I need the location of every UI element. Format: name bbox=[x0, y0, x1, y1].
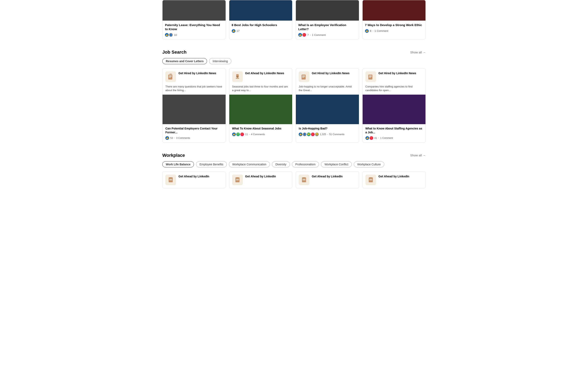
top-card-4-image bbox=[363, 0, 426, 21]
svg-rect-7 bbox=[302, 75, 305, 76]
dot-sep: · bbox=[310, 33, 311, 36]
dot-sep: · bbox=[174, 137, 175, 140]
heart-icon: ❤️ bbox=[311, 133, 315, 136]
job-article-3-image bbox=[296, 95, 359, 124]
top-card-3-image bbox=[296, 0, 359, 21]
workplace-section-header: Workplace Show all → bbox=[147, 149, 441, 161]
workplace-card-3[interactable]: Get Ahead by LinkedIn bbox=[296, 171, 359, 188]
dot-sep: · bbox=[373, 29, 373, 33]
workplace-card-4-title: Get Ahead by LinkedIn bbox=[379, 175, 409, 178]
workplace-card-2-top: Get Ahead by LinkedIn bbox=[229, 172, 292, 188]
top-card-4-body: 7 Ways to Develop a Strong Work Ethic 👍 … bbox=[363, 21, 426, 35]
top-card-2-body: 8 Best Jobs for High Schoolers 👍 17 bbox=[229, 21, 292, 35]
job-article-2-reactions: 👍 🌱 ❤️ bbox=[232, 133, 244, 136]
svg-rect-21 bbox=[303, 179, 305, 179]
workplace-card-2-icon bbox=[232, 175, 243, 185]
top-card-1-title: Paternity Leave: Everything You Need to … bbox=[165, 23, 223, 31]
thumbs-up-icon: 👍 bbox=[232, 133, 236, 136]
svg-rect-12 bbox=[369, 76, 372, 77]
job-article-3-count: 1,325 bbox=[320, 133, 326, 136]
thumbs-up-icon: 👍 bbox=[298, 33, 302, 37]
workplace-cards-grid: Get Ahead by LinkedIn Get Ahead by Linke… bbox=[147, 171, 441, 194]
people-icon: 👤 bbox=[169, 33, 173, 37]
job-article-1-count: 53 bbox=[170, 137, 173, 140]
filter-employee-benefits[interactable]: Employee Benefits bbox=[196, 161, 227, 167]
job-article-2[interactable]: Get Ahead by LinkedIn News Seasonal jobs… bbox=[229, 68, 293, 142]
thumbs-up-icon: 👍 bbox=[365, 136, 369, 140]
filter-workplace-conflict[interactable]: Workplace Conflict bbox=[321, 161, 352, 167]
job-search-section-header: Job Search Show all → bbox=[147, 45, 441, 58]
job-article-1-comment: 3 Comments bbox=[176, 137, 190, 140]
top-card-1-count: 10 bbox=[174, 33, 177, 36]
filter-interviewing[interactable]: Interviewing bbox=[209, 58, 231, 64]
filter-resumes-cover-letters[interactable]: Resumes and Cover Letters bbox=[162, 58, 207, 64]
workplace-card-3-title: Get Ahead by LinkedIn bbox=[312, 175, 343, 178]
job-article-4-reactions: 👍 ❤️ bbox=[365, 136, 373, 140]
workplace-card-4-top: Get Ahead by LinkedIn bbox=[363, 172, 426, 188]
top-card-4[interactable]: 7 Ways to Develop a Strong Work Ethic 👍 … bbox=[362, 0, 426, 39]
top-card-2-reactions: 👍 bbox=[232, 29, 235, 33]
job-article-4-count: 41 bbox=[374, 137, 377, 140]
top-card-2-meta: 👍 17 bbox=[232, 29, 290, 33]
job-article-4-top: Get Hired by LinkedIn News bbox=[363, 68, 426, 85]
top-card-1-meta: 👍 👤 10 bbox=[165, 33, 223, 37]
workplace-show-all-label: Show all bbox=[410, 154, 422, 157]
heart-icon: ❤️ bbox=[240, 133, 244, 136]
job-article-1-desc: There are many questions that job seeker… bbox=[163, 85, 226, 95]
job-article-2-top: Get Ahead by LinkedIn News bbox=[229, 68, 292, 85]
svg-rect-25 bbox=[369, 180, 372, 180]
thumbs-up-icon: 👍 bbox=[165, 33, 169, 37]
show-all-label: Show all bbox=[410, 50, 422, 54]
workplace-card-4-icon bbox=[365, 175, 376, 185]
arrow-icon: → bbox=[423, 154, 426, 157]
job-article-4-desc: Companies hire staffing agencies to find… bbox=[363, 85, 426, 95]
top-card-1[interactable]: Paternity Leave: Everything You Need to … bbox=[162, 0, 226, 39]
filter-workplace-communication[interactable]: Workplace Communication bbox=[229, 161, 270, 167]
job-article-4[interactable]: Get Hired by LinkedIn News Companies hir… bbox=[362, 68, 426, 142]
workplace-card-3-top: Get Ahead by LinkedIn bbox=[296, 172, 359, 188]
job-article-1-reactions: 👍 bbox=[165, 136, 169, 140]
job-article-4-image bbox=[363, 95, 426, 124]
job-article-2-source-icon bbox=[232, 71, 243, 82]
job-article-3-source-icon bbox=[299, 71, 309, 82]
top-card-4-count: 8 bbox=[370, 29, 371, 33]
top-card-1-body: Paternity Leave: Everything You Need to … bbox=[163, 21, 226, 39]
job-search-show-all[interactable]: Show all → bbox=[410, 50, 426, 54]
top-card-2-count: 17 bbox=[237, 29, 240, 33]
filter-workplace-culture[interactable]: Workplace Culture bbox=[354, 161, 384, 167]
top-card-2[interactable]: 8 Best Jobs for High Schoolers 👍 17 bbox=[229, 0, 293, 39]
job-article-4-title: What to Know About Staffing Agencies as … bbox=[365, 127, 423, 134]
job-article-2-count: 11 bbox=[245, 133, 248, 136]
job-article-3-top: Get Hired by LinkedIn News bbox=[296, 68, 359, 85]
job-article-3-meta: 👍 👤 🤝 ❤️ 😮 1,325 · 51 Comments bbox=[299, 133, 356, 136]
workplace-card-2[interactable]: Get Ahead by LinkedIn bbox=[229, 171, 293, 188]
filter-diversity[interactable]: Diversity bbox=[272, 161, 290, 167]
job-article-4-comment: 1 Comment bbox=[380, 137, 393, 140]
job-article-1-source-icon bbox=[165, 71, 176, 82]
filter-professionalism[interactable]: Professionalism bbox=[292, 161, 319, 167]
filter-work-life-balance[interactable]: Work Life Balance bbox=[162, 161, 194, 167]
workplace-show-all[interactable]: Show all → bbox=[410, 154, 426, 157]
job-article-4-bottom: What to Know About Staffing Agencies as … bbox=[363, 124, 426, 142]
top-cards-section: Paternity Leave: Everything You Need to … bbox=[147, 0, 441, 45]
job-article-1-meta: 👍 53 · 3 Comments bbox=[165, 136, 223, 140]
top-card-4-title: 7 Ways to Develop a Strong Work Ethic bbox=[365, 23, 423, 27]
workplace-card-4[interactable]: Get Ahead by LinkedIn bbox=[362, 171, 426, 188]
svg-rect-8 bbox=[302, 76, 305, 77]
job-article-2-image bbox=[229, 95, 292, 124]
arrow-icon: → bbox=[423, 50, 426, 54]
job-article-3[interactable]: Get Hired by LinkedIn News Job-hopping i… bbox=[296, 68, 359, 142]
top-card-3-reactions: 👍 ❤️ bbox=[298, 33, 306, 37]
top-card-3[interactable]: What Is an Employee Verification Letter?… bbox=[296, 0, 359, 39]
workplace-title: Workplace bbox=[162, 153, 185, 158]
thumbs-up-icon: 👍 bbox=[165, 136, 169, 140]
dot-sep: · bbox=[249, 133, 250, 136]
job-article-1-top: Get Hired by LinkedIn News bbox=[163, 68, 226, 85]
top-card-2-title: 8 Best Jobs for High Schoolers bbox=[232, 23, 290, 27]
workplace-card-1-top: Get Ahead by LinkedIn bbox=[163, 172, 226, 188]
workplace-card-2-title: Get Ahead by LinkedIn bbox=[245, 175, 276, 178]
workplace-card-1[interactable]: Get Ahead by LinkedIn bbox=[162, 171, 226, 188]
job-article-1[interactable]: Get Hired by LinkedIn News There are man… bbox=[162, 68, 226, 142]
job-search-filters: Resumes and Cover Letters Interviewing bbox=[147, 58, 441, 68]
job-article-3-bottom: Is Job-Hopping Bad? 👍 👤 🤝 ❤️ 😮 1,325 · 5… bbox=[296, 124, 359, 138]
